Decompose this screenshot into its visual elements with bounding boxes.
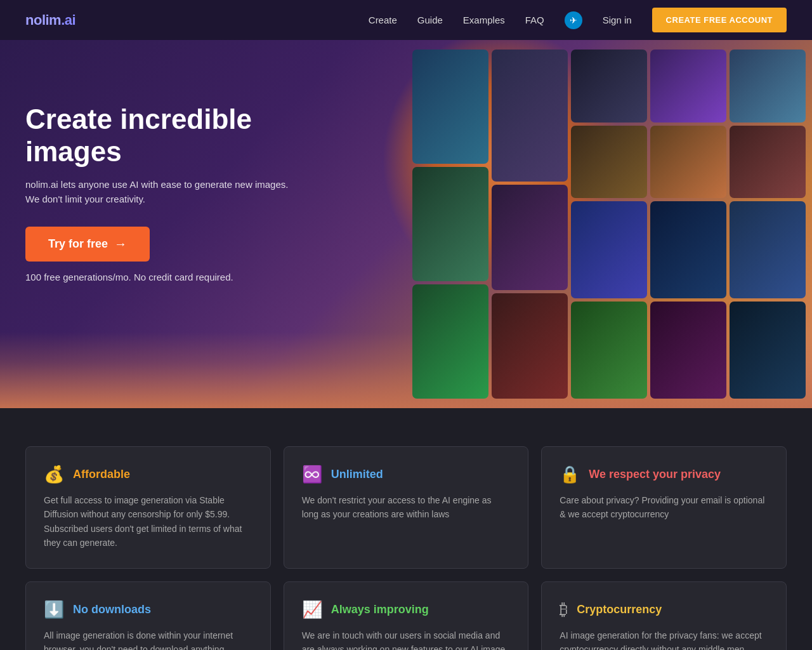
- feature-header-no-downloads: ⬇️ No downloads: [44, 600, 252, 620]
- feature-header-unlimited: ♾️ Unlimited: [302, 465, 511, 484]
- feature-icon-improving: 📈: [302, 600, 322, 620]
- feature-card-improving: 📈 Always improving We are in touch with …: [284, 581, 529, 650]
- image-col-5: [730, 50, 806, 399]
- hero-image-13: [412, 284, 488, 399]
- hero-title: Create incredible images: [25, 103, 292, 168]
- features-section: 💰 Affordable Get full access to image ge…: [0, 408, 812, 650]
- telegram-icon[interactable]: ✈: [565, 11, 582, 29]
- try-btn-label: Try for free: [48, 237, 108, 251]
- signin-link[interactable]: Sign in: [603, 15, 632, 25]
- feature-desc-no-downloads: All image generation is done within your…: [44, 628, 252, 650]
- hero-image-16: [571, 302, 647, 399]
- feature-icon-crypto: ₿: [560, 600, 568, 620]
- nav-guide[interactable]: Guide: [417, 15, 443, 25]
- nav-examples[interactable]: Examples: [463, 15, 505, 25]
- feature-icon-affordable: 💰: [44, 465, 64, 484]
- feature-card-privacy: 🔒 We respect your privacy Care about pri…: [541, 446, 787, 569]
- hero-image-3: [571, 50, 647, 123]
- logo[interactable]: nolim.ai: [25, 12, 75, 29]
- hero-image-7: [412, 167, 488, 281]
- feature-desc-affordable: Get full access to image generation via …: [44, 493, 252, 550]
- feature-icon-unlimited: ♾️: [302, 465, 322, 484]
- feature-title-affordable: Affordable: [73, 468, 130, 481]
- feature-card-no-downloads: ⬇️ No downloads All image generation is …: [25, 581, 271, 650]
- navbar: nolim.ai Create Guide Examples FAQ ✈ Sig…: [0, 0, 812, 40]
- feature-icon-privacy: 🔒: [560, 465, 580, 484]
- create-account-button[interactable]: CREATE FREE ACCOUNT: [652, 8, 787, 32]
- hero-image-12: [730, 201, 806, 298]
- feature-desc-unlimited: We don't restrict your access to the AI …: [302, 493, 511, 522]
- nav-faq[interactable]: FAQ: [525, 15, 544, 25]
- hero-image-10: [650, 126, 726, 199]
- feature-card-unlimited: ♾️ Unlimited We don't restrict your acce…: [284, 446, 529, 569]
- feature-title-crypto: Cryptocurrency: [577, 603, 662, 616]
- feature-desc-improving: We are in touch with our users in social…: [302, 628, 511, 650]
- hero-image-14: [492, 293, 568, 399]
- hero-image-2: [492, 50, 568, 182]
- hero-image-9: [571, 126, 647, 199]
- hero-subtitle: nolim.ai lets anyone use AI with ease to…: [25, 178, 292, 206]
- feature-header-privacy: 🔒 We respect your privacy: [560, 465, 768, 484]
- image-col-1: [412, 50, 488, 399]
- hero-image-5: [730, 50, 806, 123]
- hero-image-18: [650, 302, 726, 399]
- feature-title-improving: Always improving: [331, 603, 429, 616]
- feature-title-no-downloads: No downloads: [73, 603, 151, 616]
- image-col-2: [492, 50, 568, 399]
- feature-header-crypto: ₿ Cryptocurrency: [560, 600, 768, 620]
- feature-desc-privacy: Care about privacy? Providing your email…: [560, 493, 768, 522]
- free-note: 100 free generations/mo. No credit card …: [25, 270, 292, 285]
- logo-nolim: nolim: [25, 12, 61, 28]
- feature-icon-no-downloads: ⬇️: [44, 600, 64, 620]
- nav-create[interactable]: Create: [369, 15, 397, 25]
- hero-image-8: [492, 185, 568, 290]
- hero-content: Create incredible images nolim.ai lets a…: [25, 78, 292, 305]
- image-col-3: [571, 50, 647, 399]
- feature-header-improving: 📈 Always improving: [302, 600, 511, 620]
- hero-image-6: [730, 302, 806, 399]
- arrow-icon: →: [114, 237, 127, 251]
- features-grid: 💰 Affordable Get full access to image ge…: [25, 446, 787, 650]
- hero-image-grid: [406, 40, 812, 408]
- hero-image-4: [650, 50, 726, 123]
- feature-card-affordable: 💰 Affordable Get full access to image ge…: [25, 446, 271, 569]
- logo-ai: .ai: [61, 12, 75, 28]
- feature-card-crypto: ₿ Cryptocurrency AI image generation for…: [541, 581, 787, 650]
- feature-header-affordable: 💰 Affordable: [44, 465, 252, 484]
- feature-title-unlimited: Unlimited: [331, 468, 383, 481]
- feature-title-privacy: We respect your privacy: [589, 468, 721, 481]
- hero-image-11: [730, 126, 806, 199]
- hero-section: Create incredible images nolim.ai lets a…: [0, 40, 812, 408]
- hero-image-15: [571, 201, 647, 298]
- nav-links: Create Guide Examples FAQ ✈ Sign in CREA…: [369, 8, 787, 32]
- image-col-4: [650, 50, 726, 399]
- feature-desc-crypto: AI image generation for the privacy fans…: [560, 628, 768, 650]
- hero-image-1: [412, 50, 488, 164]
- try-free-button[interactable]: Try for free →: [25, 227, 150, 262]
- hero-image-17: [650, 201, 726, 298]
